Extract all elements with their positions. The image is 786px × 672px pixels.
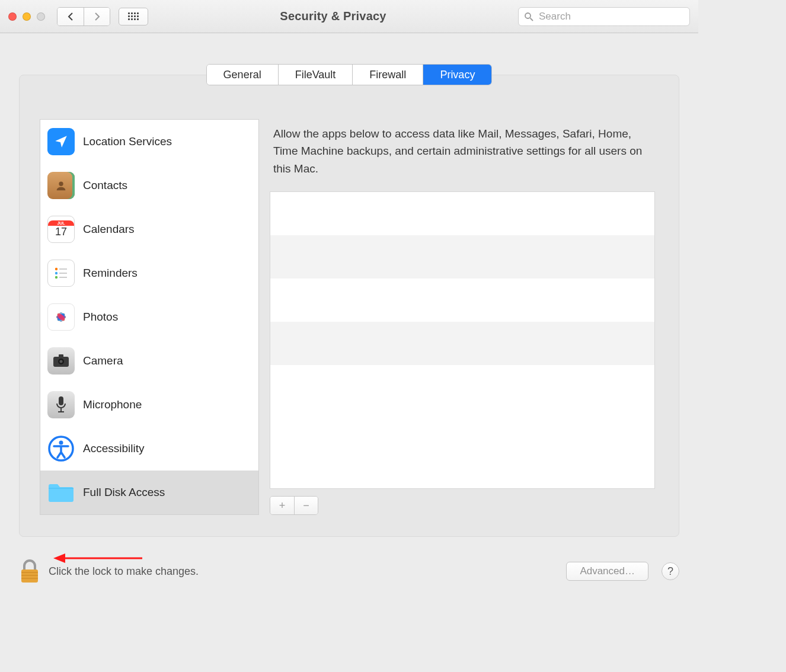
nav-forward-button[interactable]: [84, 8, 110, 25]
help-button[interactable]: ?: [662, 562, 679, 580]
detail-pane: Allow the apps below to access data like…: [270, 119, 655, 515]
sidebar-item-photos[interactable]: Photos: [40, 295, 258, 339]
calendar-icon: JUL 17: [47, 216, 75, 243]
sidebar-item-contacts[interactable]: Contacts: [40, 164, 258, 207]
sidebar-item-label: Contacts: [83, 179, 127, 192]
calendar-month-label: JUL: [48, 220, 74, 226]
close-window-button[interactable]: [8, 12, 17, 21]
remove-app-button[interactable]: −: [294, 497, 318, 514]
lock-area[interactable]: Click the lock to make changes.: [19, 559, 199, 584]
minimize-window-button[interactable]: [23, 12, 31, 21]
nav-segmented: [57, 7, 110, 26]
traffic-lights: [8, 12, 45, 21]
svg-rect-18: [59, 354, 63, 357]
svg-point-5: [55, 272, 57, 274]
sidebar-item-label: Calendars: [83, 223, 135, 236]
svg-rect-21: [59, 396, 63, 405]
table-row: [270, 235, 654, 279]
folder-icon: [47, 479, 75, 506]
svg-point-25: [59, 441, 63, 445]
sidebar-item-camera[interactable]: Camera: [40, 339, 258, 383]
sidebar-item-microphone[interactable]: Microphone: [40, 383, 258, 427]
photos-icon: [47, 303, 75, 331]
footer: Click the lock to make changes. Advanced…: [0, 545, 698, 597]
table-row: [270, 192, 654, 235]
svg-point-7: [55, 276, 57, 279]
svg-rect-26: [21, 569, 38, 583]
sidebar-item-reminders[interactable]: Reminders: [40, 251, 258, 295]
sidebar-item-label: Camera: [83, 354, 123, 367]
sidebar-item-label: Accessibility: [83, 442, 144, 455]
sidebar-item-location-services[interactable]: Location Services: [40, 120, 258, 164]
add-remove-buttons: + −: [270, 496, 318, 515]
sidebar-item-label: Full Disk Access: [83, 486, 165, 499]
lock-message: Click the lock to make changes.: [49, 565, 199, 578]
show-all-prefs-button[interactable]: [119, 8, 148, 25]
table-row: [270, 322, 654, 365]
accessibility-icon: [47, 435, 75, 462]
privacy-panel: Location Services Contacts JUL 17 Calend…: [19, 75, 679, 537]
chevron-right-icon: [94, 12, 101, 21]
location-icon: [47, 128, 75, 155]
add-app-button[interactable]: +: [270, 497, 294, 514]
reminders-icon: [47, 260, 75, 287]
tab-bar: General FileVault Firewall Privacy: [206, 64, 493, 85]
chevron-left-icon: [67, 12, 74, 21]
svg-point-3: [55, 268, 57, 270]
sidebar-item-calendars[interactable]: JUL 17 Calendars: [40, 207, 258, 251]
grid-icon: [128, 12, 139, 20]
toolbar: Security & Privacy: [0, 0, 698, 33]
table-row: [270, 365, 654, 382]
tab-filevault[interactable]: FileVault: [278, 65, 353, 85]
search-input[interactable]: [518, 7, 690, 26]
svg-point-20: [60, 360, 63, 363]
camera-icon: [47, 347, 75, 375]
microphone-icon: [47, 391, 75, 418]
zoom-window-button[interactable]: [37, 12, 45, 21]
sidebar-item-accessibility[interactable]: Accessibility: [40, 427, 258, 471]
table-row: [270, 279, 654, 322]
svg-point-2: [59, 182, 63, 186]
privacy-category-sidebar: Location Services Contacts JUL 17 Calend…: [40, 119, 259, 515]
window-title: Security & Privacy: [148, 9, 518, 23]
sidebar-item-label: Microphone: [83, 398, 142, 411]
nav-back-button[interactable]: [57, 8, 84, 25]
allowed-apps-list[interactable]: [270, 191, 655, 489]
calendar-day-label: 17: [55, 226, 67, 238]
advanced-button[interactable]: Advanced…: [566, 562, 648, 581]
contacts-icon: [47, 172, 75, 199]
tab-privacy[interactable]: Privacy: [423, 65, 491, 85]
sidebar-item-full-disk-access[interactable]: Full Disk Access: [40, 471, 258, 514]
sidebar-item-label: Reminders: [83, 267, 138, 280]
sidebar-item-label: Location Services: [83, 135, 172, 148]
sidebar-item-label: Photos: [83, 311, 118, 324]
description-text: Allow the apps below to access data like…: [270, 119, 655, 191]
tab-general[interactable]: General: [207, 65, 278, 85]
tab-firewall[interactable]: Firewall: [352, 65, 423, 85]
lock-icon: [19, 559, 40, 584]
search-field[interactable]: [518, 7, 690, 26]
